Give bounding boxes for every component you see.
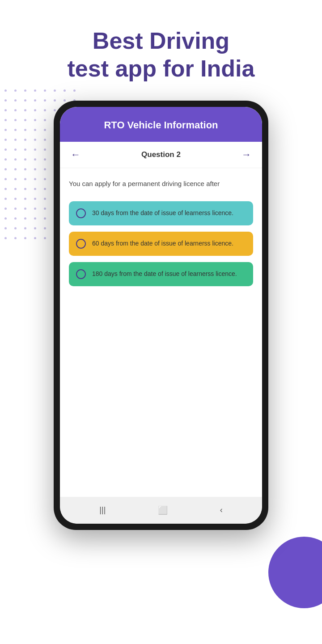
purple-circle-decoration: [268, 537, 322, 608]
radio-button-2[interactable]: [76, 239, 86, 249]
option-2-text: 60 days from the date of issue of learne…: [92, 239, 233, 248]
answer-option-2[interactable]: 60 days from the date of issue of learne…: [69, 232, 253, 256]
title-line2: test app for India: [68, 55, 255, 81]
nav-back-icon[interactable]: ‹: [220, 505, 223, 515]
phone-mockup: RTO Vehicle Information ← Question 2 → Y…: [0, 101, 322, 530]
bottom-nav-bar: ||| ⬜ ‹: [60, 497, 262, 524]
prev-question-button[interactable]: ←: [71, 149, 80, 161]
option-3-text: 180 days from the date of issue of learn…: [92, 270, 237, 279]
question-nav-bar: ← Question 2 →: [60, 142, 262, 168]
question-area: You can apply for a permanent driving li…: [60, 168, 262, 497]
question-text: You can apply for a permanent driving li…: [69, 179, 253, 189]
nav-lines-icon[interactable]: |||: [99, 505, 106, 515]
page-title: Best Driving test app for India: [0, 27, 322, 83]
answer-option-3[interactable]: 180 days from the date of issue of learn…: [69, 262, 253, 286]
phone-screen: RTO Vehicle Information ← Question 2 → Y…: [60, 107, 262, 524]
title-line1: Best Driving: [93, 28, 229, 54]
next-question-button[interactable]: →: [242, 149, 251, 161]
radio-button-1[interactable]: [76, 208, 86, 218]
answer-option-1[interactable]: 30 days from the date of issue of learne…: [69, 201, 253, 225]
radio-button-3[interactable]: [76, 269, 86, 279]
page-title-section: Best Driving test app for India: [0, 0, 322, 96]
option-1-text: 30 days from the date of issue of learne…: [92, 209, 233, 218]
phone-frame: RTO Vehicle Information ← Question 2 → Y…: [54, 101, 268, 530]
nav-home-icon[interactable]: ⬜: [158, 505, 168, 515]
app-header: RTO Vehicle Information: [60, 107, 262, 142]
app-header-title: RTO Vehicle Information: [104, 119, 218, 131]
question-label: Question 2: [141, 150, 181, 159]
